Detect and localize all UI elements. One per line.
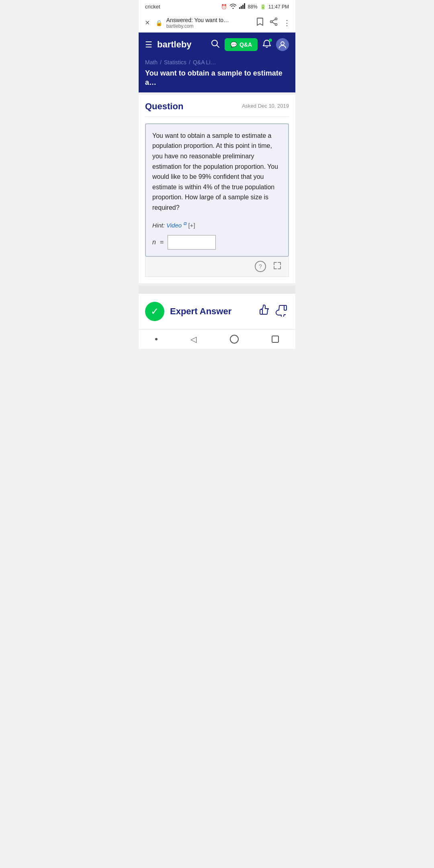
wifi-icon	[229, 3, 237, 10]
question-label: Question	[145, 101, 183, 112]
breadcrumb-section: Math / Statistics / Q&A Li… You want to …	[139, 57, 295, 92]
more-options-icon[interactable]: ⋮	[283, 18, 291, 27]
thumbs-down-icon[interactable]	[275, 303, 289, 319]
question-header: Question Asked Dec 10, 2019	[145, 101, 289, 117]
nav-dot	[155, 338, 158, 340]
section-spacer	[139, 286, 295, 294]
svg-point-5	[270, 21, 272, 23]
breadcrumb-statistics[interactable]: Statistics	[164, 59, 186, 66]
share-icon[interactable]	[270, 17, 278, 28]
svg-rect-3	[244, 3, 245, 9]
qa-button-label: Q&A	[240, 41, 252, 48]
qa-button-icon: 💬	[230, 41, 237, 48]
svg-rect-0	[239, 7, 240, 9]
time-label: 11:47 PM	[268, 4, 289, 10]
expert-left: ✓ Expert Answer	[145, 302, 231, 321]
browser-title-area: Answered: You want to… bartleby.com	[166, 17, 252, 29]
n-input[interactable]	[168, 235, 216, 250]
bartleby-header: ☰ bartleby 💬 Q&A	[139, 33, 295, 57]
back-button[interactable]: ◁	[190, 334, 197, 344]
browser-actions: ⋮	[256, 17, 291, 28]
n-symbol: n	[152, 239, 156, 246]
breadcrumb-sep-2: /	[189, 59, 190, 66]
recents-button[interactable]	[272, 336, 279, 343]
browser-close-button[interactable]: ×	[143, 16, 151, 29]
svg-point-4	[275, 18, 277, 20]
page-title: You want to obtain a sample to estimate …	[145, 69, 289, 88]
navigation-bar: ◁	[139, 329, 295, 349]
signal-icon	[239, 3, 246, 10]
lock-icon: 🔒	[156, 20, 162, 26]
notification-bell-icon[interactable]	[262, 39, 271, 50]
svg-line-7	[272, 20, 275, 21]
feedback-icons	[258, 303, 289, 319]
svg-point-6	[275, 24, 277, 26]
thumbs-up-icon[interactable]	[258, 303, 271, 319]
check-circle-icon: ✓	[145, 302, 164, 321]
question-toolbar: ?	[145, 257, 289, 277]
home-button[interactable]	[230, 335, 239, 344]
expert-answer-label: Expert Answer	[170, 306, 231, 317]
url-text: bartleby.com	[166, 23, 252, 29]
bartleby-logo: bartleby	[157, 39, 206, 50]
help-icon[interactable]: ?	[255, 261, 266, 272]
battery-icon: 🔋	[260, 4, 266, 10]
svg-point-11	[281, 42, 284, 45]
notification-dot	[269, 39, 272, 42]
hint-plus[interactable]: [+]	[188, 222, 195, 229]
hamburger-menu-icon[interactable]: ☰	[145, 40, 152, 49]
search-icon[interactable]	[211, 39, 220, 50]
breadcrumb-qalist[interactable]: Q&A Li…	[193, 59, 216, 66]
page-title-text: Answered: You want to…	[166, 17, 252, 23]
status-icons: ⏰ 88% 🔋 11:47 PM	[221, 3, 289, 10]
svg-line-8	[272, 23, 275, 24]
hint-label: Hint:	[152, 222, 165, 229]
question-box: You want to obtain a sample to estimate …	[145, 123, 289, 257]
breadcrumb-sep-1: /	[160, 59, 162, 66]
external-link-icon: ⧉	[183, 221, 186, 226]
question-date: Asked Dec 10, 2019	[242, 103, 289, 109]
bookmark-icon[interactable]	[256, 17, 264, 28]
status-bar: cricket ⏰ 88% 🔋 11:47 PM	[139, 0, 295, 13]
user-avatar[interactable]	[276, 38, 289, 51]
svg-line-10	[217, 45, 219, 47]
carrier-label: cricket	[145, 4, 160, 10]
expert-answer-section: ✓ Expert Answer	[139, 294, 295, 329]
question-body-text: You want to obtain a sample to estimate …	[152, 131, 282, 213]
expand-icon[interactable]	[272, 261, 282, 272]
equals-sign: =	[160, 239, 164, 246]
battery-label: 88%	[248, 4, 258, 10]
svg-rect-2	[242, 5, 244, 9]
hint-line: Hint: Video ⧉ [+]	[152, 221, 282, 229]
breadcrumb-math[interactable]: Math	[145, 59, 158, 66]
browser-bar: × 🔒 Answered: You want to… bartleby.com …	[139, 13, 295, 33]
n-equals-line: n =	[152, 235, 282, 250]
breadcrumb: Math / Statistics / Q&A Li…	[145, 59, 289, 66]
main-content: Question Asked Dec 10, 2019 You want to …	[139, 95, 295, 283]
alarm-icon: ⏰	[221, 4, 227, 10]
hint-video-link[interactable]: Video ⧉	[166, 222, 188, 229]
qa-button[interactable]: 💬 Q&A	[225, 38, 258, 51]
svg-rect-1	[241, 6, 242, 9]
